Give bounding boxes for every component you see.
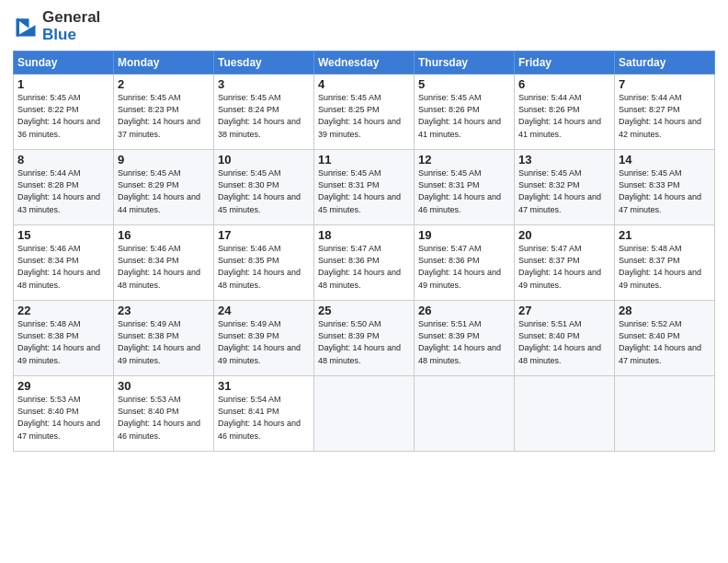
day-info: Sunrise: 5:45 AMSunset: 8:24 PMDaylight:… (218, 92, 310, 140)
day-number: 18 (318, 228, 410, 242)
day-number: 3 (218, 77, 310, 91)
day-number: 16 (118, 228, 210, 242)
day-number: 25 (318, 304, 410, 317)
header: General Blue (13, 9, 715, 43)
calendar-cell: 13 Sunrise: 5:45 AMSunset: 8:32 PMDaylig… (515, 150, 615, 225)
day-number: 15 (17, 228, 109, 242)
calendar-cell: 7 Sunrise: 5:44 AMSunset: 8:27 PMDayligh… (615, 75, 715, 150)
day-number: 1 (17, 77, 109, 91)
calendar-cell: 22 Sunrise: 5:48 AMSunset: 8:38 PMDaylig… (14, 301, 114, 376)
day-number: 22 (17, 304, 109, 317)
day-number: 19 (418, 228, 510, 242)
day-info: Sunrise: 5:46 AMSunset: 8:34 PMDaylight:… (118, 243, 210, 291)
day-info: Sunrise: 5:48 AMSunset: 8:38 PMDaylight:… (17, 318, 109, 366)
col-monday: Monday (114, 52, 214, 75)
day-number: 7 (619, 77, 711, 91)
calendar-cell (314, 376, 415, 452)
day-number: 9 (118, 153, 210, 167)
calendar-cell (615, 376, 715, 452)
day-number: 28 (619, 304, 711, 317)
day-info: Sunrise: 5:44 AMSunset: 8:27 PMDaylight:… (619, 92, 711, 140)
day-number: 8 (17, 153, 109, 167)
calendar-cell: 18 Sunrise: 5:47 AMSunset: 8:36 PMDaylig… (314, 225, 415, 301)
day-info: Sunrise: 5:46 AMSunset: 8:35 PMDaylight:… (218, 243, 310, 291)
calendar-cell: 9 Sunrise: 5:45 AMSunset: 8:29 PMDayligh… (114, 150, 214, 225)
calendar-cell: 5 Sunrise: 5:45 AMSunset: 8:26 PMDayligh… (415, 75, 515, 150)
calendar-cell: 27 Sunrise: 5:51 AMSunset: 8:40 PMDaylig… (515, 301, 615, 376)
calendar-cell: 30 Sunrise: 5:53 AMSunset: 8:40 PMDaylig… (114, 376, 214, 452)
day-number: 20 (518, 228, 610, 242)
calendar-cell: 12 Sunrise: 5:45 AMSunset: 8:31 PMDaylig… (415, 150, 515, 225)
calendar-cell: 26 Sunrise: 5:51 AMSunset: 8:39 PMDaylig… (415, 301, 515, 376)
day-number: 27 (518, 304, 610, 317)
calendar-cell: 24 Sunrise: 5:49 AMSunset: 8:39 PMDaylig… (214, 301, 314, 376)
page: General Blue Sunday Monday Tuesday Wedne… (0, 0, 728, 563)
calendar-table: Sunday Monday Tuesday Wednesday Thursday… (13, 51, 715, 452)
calendar-header-row: Sunday Monday Tuesday Wednesday Thursday… (14, 52, 715, 75)
day-number: 31 (218, 379, 310, 393)
col-wednesday: Wednesday (314, 52, 415, 75)
day-number: 30 (118, 379, 210, 393)
calendar-cell: 25 Sunrise: 5:50 AMSunset: 8:39 PMDaylig… (314, 301, 415, 376)
calendar-cell (415, 376, 515, 452)
logo-text: General Blue (42, 9, 100, 43)
calendar-cell: 14 Sunrise: 5:45 AMSunset: 8:33 PMDaylig… (615, 150, 715, 225)
calendar-cell: 20 Sunrise: 5:47 AMSunset: 8:37 PMDaylig… (515, 225, 615, 301)
day-info: Sunrise: 5:51 AMSunset: 8:40 PMDaylight:… (518, 318, 610, 366)
day-number: 6 (518, 77, 610, 91)
day-info: Sunrise: 5:49 AMSunset: 8:38 PMDaylight:… (118, 318, 210, 366)
col-friday: Friday (515, 52, 615, 75)
day-info: Sunrise: 5:47 AMSunset: 8:36 PMDaylight:… (318, 243, 410, 291)
day-info: Sunrise: 5:47 AMSunset: 8:37 PMDaylight:… (518, 243, 610, 291)
svg-rect-3 (17, 18, 20, 36)
calendar-row-1: 8 Sunrise: 5:44 AMSunset: 8:28 PMDayligh… (14, 150, 715, 225)
calendar-cell: 28 Sunrise: 5:52 AMSunset: 8:40 PMDaylig… (615, 301, 715, 376)
day-info: Sunrise: 5:45 AMSunset: 8:30 PMDaylight:… (218, 167, 310, 215)
day-info: Sunrise: 5:51 AMSunset: 8:39 PMDaylight:… (418, 318, 510, 366)
day-info: Sunrise: 5:45 AMSunset: 8:31 PMDaylight:… (318, 167, 410, 215)
calendar-cell: 3 Sunrise: 5:45 AMSunset: 8:24 PMDayligh… (214, 75, 314, 150)
generalblue-logo-icon (13, 14, 39, 40)
day-info: Sunrise: 5:44 AMSunset: 8:26 PMDaylight:… (518, 92, 610, 140)
calendar-cell: 1 Sunrise: 5:45 AMSunset: 8:22 PMDayligh… (14, 75, 114, 150)
calendar-cell: 8 Sunrise: 5:44 AMSunset: 8:28 PMDayligh… (14, 150, 114, 225)
day-info: Sunrise: 5:45 AMSunset: 8:23 PMDaylight:… (118, 92, 210, 140)
col-thursday: Thursday (415, 52, 515, 75)
calendar-cell (515, 376, 615, 452)
day-info: Sunrise: 5:53 AMSunset: 8:40 PMDaylight:… (17, 394, 109, 442)
col-saturday: Saturday (615, 52, 715, 75)
logo-blue: Blue (42, 26, 76, 43)
day-number: 26 (418, 304, 510, 317)
calendar-cell: 23 Sunrise: 5:49 AMSunset: 8:38 PMDaylig… (114, 301, 214, 376)
day-info: Sunrise: 5:45 AMSunset: 8:33 PMDaylight:… (619, 167, 711, 215)
calendar-cell: 19 Sunrise: 5:47 AMSunset: 8:36 PMDaylig… (415, 225, 515, 301)
day-number: 2 (118, 77, 210, 91)
day-info: Sunrise: 5:45 AMSunset: 8:32 PMDaylight:… (518, 167, 610, 215)
day-info: Sunrise: 5:53 AMSunset: 8:40 PMDaylight:… (118, 394, 210, 442)
day-number: 12 (418, 153, 510, 167)
calendar-cell: 21 Sunrise: 5:48 AMSunset: 8:37 PMDaylig… (615, 225, 715, 301)
day-info: Sunrise: 5:45 AMSunset: 8:26 PMDaylight:… (418, 92, 510, 140)
day-info: Sunrise: 5:44 AMSunset: 8:28 PMDaylight:… (17, 167, 109, 215)
day-info: Sunrise: 5:45 AMSunset: 8:25 PMDaylight:… (318, 92, 410, 140)
day-number: 5 (418, 77, 510, 91)
day-number: 10 (218, 153, 310, 167)
day-number: 29 (17, 379, 109, 393)
calendar-cell: 4 Sunrise: 5:45 AMSunset: 8:25 PMDayligh… (314, 75, 415, 150)
day-number: 14 (619, 153, 711, 167)
calendar-cell: 15 Sunrise: 5:46 AMSunset: 8:34 PMDaylig… (14, 225, 114, 301)
day-info: Sunrise: 5:46 AMSunset: 8:34 PMDaylight:… (17, 243, 109, 291)
day-number: 4 (318, 77, 410, 91)
calendar-cell: 6 Sunrise: 5:44 AMSunset: 8:26 PMDayligh… (515, 75, 615, 150)
calendar-cell: 29 Sunrise: 5:53 AMSunset: 8:40 PMDaylig… (14, 376, 114, 452)
calendar-row-2: 15 Sunrise: 5:46 AMSunset: 8:34 PMDaylig… (14, 225, 715, 301)
calendar-row-0: 1 Sunrise: 5:45 AMSunset: 8:22 PMDayligh… (14, 75, 715, 150)
day-info: Sunrise: 5:54 AMSunset: 8:41 PMDaylight:… (218, 394, 310, 442)
col-tuesday: Tuesday (214, 52, 314, 75)
day-info: Sunrise: 5:50 AMSunset: 8:39 PMDaylight:… (318, 318, 410, 366)
day-info: Sunrise: 5:45 AMSunset: 8:22 PMDaylight:… (17, 92, 109, 140)
day-info: Sunrise: 5:47 AMSunset: 8:36 PMDaylight:… (418, 243, 510, 291)
day-number: 13 (518, 153, 610, 167)
day-info: Sunrise: 5:45 AMSunset: 8:29 PMDaylight:… (118, 167, 210, 215)
logo-general: General (42, 8, 100, 26)
